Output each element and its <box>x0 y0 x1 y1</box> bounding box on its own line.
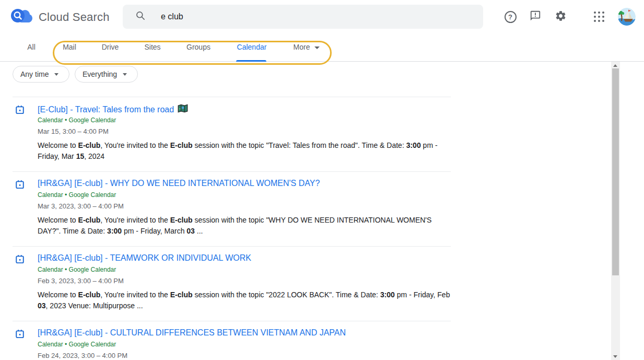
tab-sites[interactable]: Sites <box>142 33 163 61</box>
calendar-event-icon <box>15 105 25 117</box>
app-title: Cloud Search <box>39 10 110 24</box>
help-button[interactable]: ? <box>504 10 517 23</box>
result-source: Calendar • Google Calendar <box>38 266 116 273</box>
scrollbar-down-arrow-icon[interactable] <box>613 355 617 358</box>
result-title-link[interactable]: [HR&GA] [E-club] - WHY DO WE NEED INTERN… <box>38 179 320 188</box>
result-datetime: Feb 24, 2023, 3:00 – 4:00 PM <box>38 352 127 359</box>
feedback-button[interactable] <box>529 10 542 23</box>
scrollbar-thumb[interactable] <box>612 68 619 275</box>
chevron-down-icon <box>314 47 320 49</box>
search-bar[interactable] <box>123 5 483 29</box>
map-emoji-icon <box>178 104 188 115</box>
result-source: Calendar • Google Calendar <box>38 341 116 348</box>
help-icon: ? <box>505 11 517 23</box>
gear-icon <box>555 10 567 24</box>
tab-calendar[interactable]: Calendar <box>236 33 267 61</box>
result-item: [HR&GA] [E-club] - TEAMWORK OR INDIVIDUA… <box>13 246 451 321</box>
result-source: Calendar • Google Calendar <box>38 117 116 124</box>
tab-more[interactable]: More <box>290 33 323 61</box>
scrollbar-up-arrow-icon[interactable] <box>613 64 617 67</box>
result-item: [E-Club] - Travel: Tales from the road C… <box>13 97 451 171</box>
result-title-link[interactable]: [E-Club] - Travel: Tales from the road <box>38 104 188 115</box>
time-filter-label: Any time <box>20 70 49 78</box>
result-datetime: Mar 15, 3:00 – 4:00 PM <box>38 127 109 135</box>
result-datetime: Feb 3, 2023, 3:00 – 4:00 PM <box>38 277 124 285</box>
search-results-list: [E-Club] - Travel: Tales from the road C… <box>13 97 451 360</box>
calendar-event-icon <box>15 180 25 191</box>
result-snippet: Welcome to E-club, You're invited to the… <box>38 289 451 311</box>
search-tabs: All Mail Drive Sites Groups Calendar Mor… <box>0 33 644 62</box>
result-datetime: Mar 3, 2023, 3:00 – 4:00 PM <box>38 202 124 210</box>
result-title-link[interactable]: [HR&GA] [E-club] - CULTURAL DIFFERENCES … <box>38 328 346 338</box>
scrollbar[interactable] <box>611 62 620 360</box>
tab-more-label: More <box>294 43 310 51</box>
tab-drive[interactable]: Drive <box>99 33 121 61</box>
tab-mail[interactable]: Mail <box>61 33 78 61</box>
type-filter-label: Everything <box>83 70 117 78</box>
chevron-down-icon <box>123 73 127 76</box>
search-icon <box>135 10 146 23</box>
tab-groups[interactable]: Groups <box>184 33 213 61</box>
time-filter-dropdown[interactable]: Any time <box>13 66 69 83</box>
result-item: [HR&GA] [E-club] - CULTURAL DIFFERENCES … <box>13 321 451 360</box>
cloud-search-logo-icon <box>10 7 33 27</box>
result-snippet: Welcome to E-club, You're invited to the… <box>38 140 451 162</box>
settings-button[interactable] <box>554 10 567 23</box>
selected-tab-underline <box>236 60 266 62</box>
app-logo[interactable]: Cloud Search <box>10 7 110 27</box>
result-snippet: Welcome to E-club, You're invited to the… <box>38 215 451 237</box>
chevron-down-icon <box>54 73 58 76</box>
calendar-event-icon <box>15 329 25 341</box>
avatar[interactable] <box>618 8 636 26</box>
app-header: Cloud Search ? <box>0 0 644 33</box>
feedback-icon <box>530 10 541 24</box>
type-filter-dropdown[interactable]: Everything <box>75 66 138 83</box>
result-item: [HR&GA] [E-club] - WHY DO WE NEED INTERN… <box>13 171 451 246</box>
result-source: Calendar • Google Calendar <box>38 191 116 199</box>
apps-grid-icon[interactable] <box>594 11 604 22</box>
tab-all[interactable]: All <box>24 33 39 61</box>
calendar-event-icon <box>15 254 25 266</box>
result-title-link[interactable]: [HR&GA] [E-club] - TEAMWORK OR INDIVIDUA… <box>38 253 251 263</box>
search-input[interactable] <box>160 11 444 22</box>
header-actions: ? <box>498 0 636 33</box>
